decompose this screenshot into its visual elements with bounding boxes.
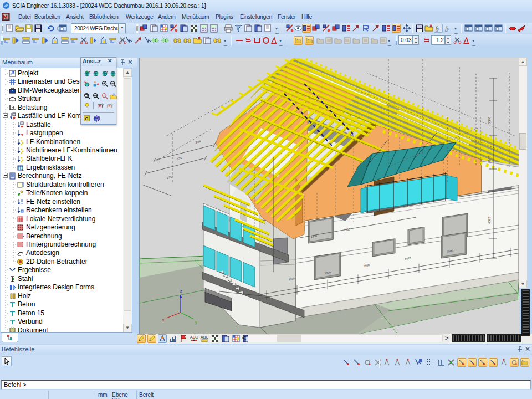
- svg-text:x: x: [162, 318, 165, 322]
- svg-text:fy: fy: [445, 25, 449, 32]
- svg-text:fy: fy: [436, 25, 440, 32]
- svg-text:2.800: 2.800: [488, 117, 491, 124]
- svg-text:2.760: 2.760: [488, 156, 491, 163]
- svg-text:y: y: [195, 320, 197, 325]
- svg-text:ABC: ABC: [201, 335, 208, 339]
- svg-text:N: N: [95, 117, 98, 121]
- svg-text:z: z: [180, 289, 182, 293]
- svg-text:ABC: ABC: [190, 335, 198, 339]
- svg-text:2.800: 2.800: [488, 217, 491, 224]
- svg-text:C: C: [85, 116, 89, 121]
- svg-text:R: R: [103, 94, 106, 98]
